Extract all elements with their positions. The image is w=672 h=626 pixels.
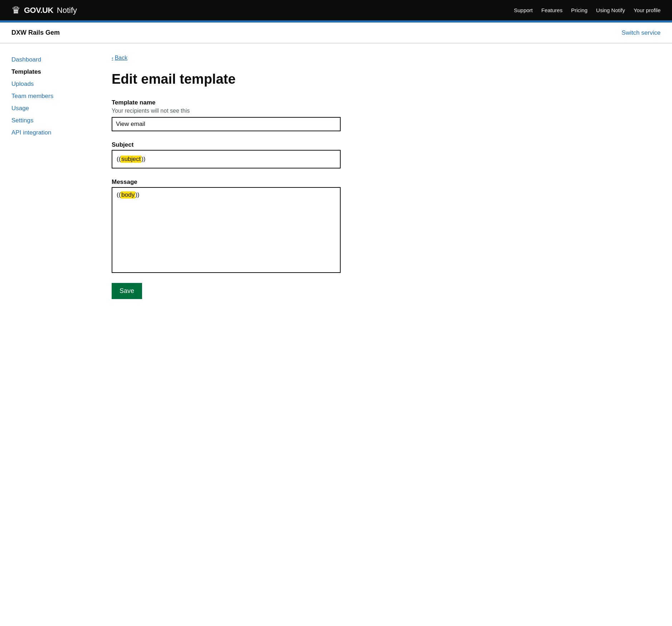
switch-service-link[interactable]: Switch service bbox=[622, 29, 661, 36]
template-name-label: Template name bbox=[112, 99, 376, 106]
nav-using-notify[interactable]: Using Notify bbox=[596, 7, 625, 13]
subject-group: Subject ((subject)) bbox=[112, 141, 376, 168]
subject-input[interactable]: ((subject)) bbox=[112, 150, 341, 168]
page-title: Edit email template bbox=[112, 71, 376, 88]
logo: ♛ GOV.UK Notify bbox=[11, 4, 77, 16]
sidebar-item-templates[interactable]: Templates bbox=[11, 68, 90, 75]
nav-your-profile[interactable]: Your profile bbox=[634, 7, 661, 13]
nav-features[interactable]: Features bbox=[541, 7, 563, 13]
sidebar-link-api-integration[interactable]: API integration bbox=[11, 129, 52, 136]
save-button[interactable]: Save bbox=[112, 283, 142, 299]
message-variable: body bbox=[121, 191, 135, 199]
sidebar-link-dashboard[interactable]: Dashboard bbox=[11, 56, 41, 63]
sidebar-item-settings[interactable]: Settings bbox=[11, 117, 90, 124]
sidebar-nav: Dashboard Templates Uploads Team members… bbox=[11, 56, 90, 136]
back-link[interactable]: ‹ Back bbox=[112, 55, 127, 61]
subject-suffix: )) bbox=[141, 156, 145, 163]
sidebar-link-templates[interactable]: Templates bbox=[11, 68, 41, 75]
service-name: DXW Rails Gem bbox=[11, 29, 60, 36]
nav-support[interactable]: Support bbox=[514, 7, 533, 13]
sidebar-link-uploads[interactable]: Uploads bbox=[11, 80, 34, 87]
message-prefix: (( bbox=[117, 191, 121, 199]
message-group: Message ((body)) bbox=[112, 178, 376, 273]
message-suffix: )) bbox=[135, 191, 139, 199]
sidebar-link-team-members[interactable]: Team members bbox=[11, 93, 53, 99]
template-name-input[interactable] bbox=[112, 117, 341, 131]
crown-icon: ♛ bbox=[11, 4, 20, 16]
sidebar-link-usage[interactable]: Usage bbox=[11, 105, 29, 112]
main-nav: Support Features Pricing Using Notify Yo… bbox=[514, 7, 661, 13]
sidebar-link-settings[interactable]: Settings bbox=[11, 117, 33, 124]
subject-variable: subject bbox=[121, 156, 141, 163]
nav-pricing[interactable]: Pricing bbox=[571, 7, 588, 13]
service-bar: DXW Rails Gem Switch service bbox=[0, 23, 672, 43]
template-name-hint: Your recipients will not see this bbox=[112, 108, 376, 114]
notify-text: Notify bbox=[57, 6, 77, 15]
template-name-group: Template name Your recipients will not s… bbox=[112, 99, 376, 131]
back-chevron-icon: ‹ bbox=[112, 55, 113, 61]
subject-label: Subject bbox=[112, 141, 376, 148]
message-textarea[interactable]: ((body)) bbox=[112, 187, 341, 273]
gov-uk-text: GOV.UK bbox=[24, 6, 53, 15]
main-layout: Dashboard Templates Uploads Team members… bbox=[0, 43, 672, 321]
sidebar-item-api-integration[interactable]: API integration bbox=[11, 129, 90, 136]
subject-prefix: (( bbox=[117, 156, 121, 163]
message-label: Message bbox=[112, 178, 376, 186]
sidebar-item-dashboard[interactable]: Dashboard bbox=[11, 56, 90, 63]
sidebar: Dashboard Templates Uploads Team members… bbox=[11, 43, 90, 321]
sidebar-item-usage[interactable]: Usage bbox=[11, 105, 90, 112]
sidebar-item-uploads[interactable]: Uploads bbox=[11, 80, 90, 88]
sidebar-item-team-members[interactable]: Team members bbox=[11, 93, 90, 100]
back-link-label: Back bbox=[115, 55, 128, 61]
site-header: ♛ GOV.UK Notify Support Features Pricing… bbox=[0, 0, 672, 20]
main-content: ‹ Back Edit email template Template name… bbox=[90, 43, 376, 321]
